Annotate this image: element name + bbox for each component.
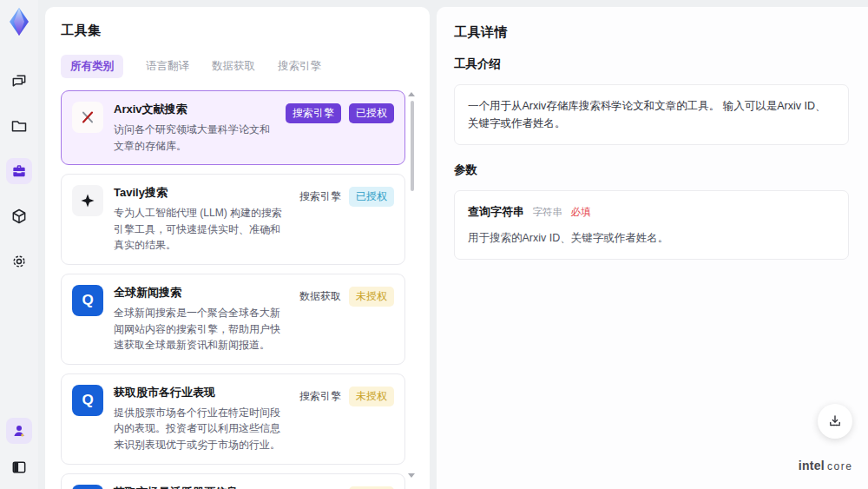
tool-description: 提供股票市场各个行业在特定时间段内的表现。投资者可以利用这些信息来识别表现优于或… bbox=[114, 405, 289, 453]
cube-icon bbox=[10, 208, 28, 225]
param-box: 查询字符串 字符串 必填 用于搜索的Arxiv ID、关键字或作者姓名。 bbox=[454, 190, 849, 260]
news-q-icon: Q bbox=[72, 485, 103, 489]
sidebar-item-settings[interactable] bbox=[6, 248, 32, 274]
toolset-title: 工具集 bbox=[61, 23, 416, 39]
arxiv-icon bbox=[72, 102, 103, 133]
tool-info: 获取股市各行业表现提供股票市场各个行业在特定时间段内的表现。投资者可以利用这些信… bbox=[114, 385, 289, 453]
auth-status-badge: 未授权 bbox=[349, 287, 394, 307]
intro-box: 一个用于从Arxiv存储库搜索科学论文和文章的工具。 输入可以是Arxiv ID… bbox=[454, 84, 849, 145]
panel-toggle-icon bbox=[10, 459, 28, 476]
tool-name: 全球新闻搜索 bbox=[114, 285, 289, 301]
user-icon bbox=[11, 423, 27, 439]
toolbox-icon bbox=[10, 162, 28, 180]
details-title: 工具详情 bbox=[454, 24, 849, 41]
news-q-icon: Q bbox=[72, 285, 103, 316]
param-type: 字符串 bbox=[532, 207, 562, 217]
tool-card[interactable]: Q获取股市各行业表现提供股票市场各个行业在特定时间段内的表现。投资者可以利用这些… bbox=[61, 373, 405, 465]
param-header: 查询字符串 字符串 必填 bbox=[468, 203, 835, 221]
tab-2[interactable]: 数据获取 bbox=[212, 55, 255, 78]
left-rail bbox=[0, 0, 38, 489]
tool-tags: 搜索引擎已授权 bbox=[286, 102, 394, 123]
toolset-panel: 工具集 所有类别语言翻译数据获取搜索引擎 Arxiv文献搜索访问各个研究领域大量… bbox=[45, 7, 430, 489]
tool-card[interactable]: Tavily搜索专为人工智能代理 (LLM) 构建的搜索引擎工具，可快速提供实时… bbox=[61, 174, 405, 265]
tab-1[interactable]: 语言翻译 bbox=[146, 55, 189, 78]
auth-status-badge: 未授权 bbox=[349, 387, 394, 406]
auth-status-badge: 未授权 bbox=[349, 486, 394, 489]
category-tag: 搜索引擎 bbox=[299, 189, 341, 204]
scrollbar-thumb[interactable] bbox=[411, 101, 414, 191]
tool-tags: 搜索引擎已授权 bbox=[299, 185, 394, 207]
tool-tags: 搜索引擎未授权 bbox=[299, 385, 394, 406]
tool-info: Tavily搜索专为人工智能代理 (LLM) 构建的搜索引擎工具，可快速提供实时… bbox=[114, 185, 289, 254]
tool-description: 访问各个研究领域大量科学论文和文章的存储库。 bbox=[114, 122, 275, 154]
tool-details-panel: 工具详情 工具介绍 一个用于从Arxiv存储库搜索科学论文和文章的工具。 输入可… bbox=[437, 7, 868, 489]
tool-description: 专为人工智能代理 (LLM) 构建的搜索引擎工具，可快速提供实时、准确和真实的结… bbox=[114, 205, 289, 254]
tool-tags: 数据获取未授权 bbox=[299, 285, 394, 307]
scroll-up-arrow[interactable] bbox=[408, 92, 415, 96]
folder-icon bbox=[10, 117, 28, 135]
intro-text: 一个用于从Arxiv存储库搜索科学论文和文章的工具。 输入可以是Arxiv ID… bbox=[468, 100, 826, 129]
gear-icon bbox=[10, 253, 28, 270]
core-logo-text: core bbox=[827, 460, 852, 472]
news-q-icon: Q bbox=[72, 385, 103, 416]
tool-card[interactable]: Q全球新闻搜索全球新闻搜索是一个聚合全球各大新闻网站内容的搜索引擎，帮助用户快速… bbox=[61, 274, 405, 365]
params-heading: 参数 bbox=[454, 162, 849, 178]
tool-tags: 搜索引擎未授权 bbox=[299, 485, 394, 489]
sidebar-item-user[interactable] bbox=[6, 418, 32, 444]
tab-3[interactable]: 搜索引擎 bbox=[278, 55, 321, 78]
tool-info: Arxiv文献搜索访问各个研究领域大量科学论文和文章的存储库。 bbox=[114, 102, 275, 154]
download-button[interactable] bbox=[818, 404, 852, 439]
tool-card[interactable]: Arxiv文献搜索访问各个研究领域大量科学论文和文章的存储库。搜索引擎已授权 bbox=[61, 90, 405, 165]
tool-name: 获取股市各行业表现 bbox=[114, 385, 289, 400]
sidebar-item-toolbox[interactable] bbox=[6, 158, 32, 184]
category-tag: 搜索引擎 bbox=[286, 103, 341, 123]
auth-status-badge: 已授权 bbox=[349, 187, 394, 207]
param-description: 用于搜索的Arxiv ID、关键字或作者姓名。 bbox=[468, 229, 835, 247]
intel-logo-text: intel bbox=[799, 459, 825, 472]
tool-name: Arxiv文献搜索 bbox=[114, 102, 275, 117]
tool-info: 全球新闻搜索全球新闻搜索是一个聚合全球各大新闻网站内容的搜索引擎，帮助用户快速获… bbox=[114, 285, 289, 354]
auth-status-badge: 已授权 bbox=[349, 103, 394, 123]
tool-list-scrollbar[interactable] bbox=[409, 90, 416, 489]
intro-heading: 工具介绍 bbox=[454, 56, 849, 72]
download-icon bbox=[827, 413, 843, 429]
sidebar-item-packages[interactable] bbox=[6, 203, 32, 229]
tool-name: 获取市场最活跃股票信息 bbox=[114, 485, 289, 489]
category-tag: 搜索引擎 bbox=[299, 389, 341, 404]
tool-info: 获取市场最活跃股票信息提供当天交易量最高的股票列表。投资者可以利用这些信息来识别… bbox=[114, 485, 289, 489]
tool-name: Tavily搜索 bbox=[114, 185, 289, 201]
app-logo-icon[interactable] bbox=[5, 7, 33, 36]
tool-card[interactable]: Q获取市场最活跃股票信息提供当天交易量最高的股票列表。投资者可以利用这些信息来识… bbox=[61, 473, 405, 489]
param-required-badge: 必填 bbox=[570, 207, 590, 217]
sidebar-item-files[interactable] bbox=[6, 113, 32, 139]
category-tag: 数据获取 bbox=[299, 289, 341, 304]
tool-description: 全球新闻搜索是一个聚合全球各大新闻网站内容的搜索引擎，帮助用户快速获取全球最新资… bbox=[114, 305, 289, 354]
scroll-down-arrow[interactable] bbox=[408, 473, 415, 478]
sidebar-item-panel-toggle[interactable] bbox=[6, 454, 32, 480]
tavily-icon bbox=[72, 185, 103, 216]
sidebar-item-chat[interactable] bbox=[6, 68, 32, 94]
param-name: 查询字符串 bbox=[468, 205, 524, 218]
tab-0[interactable]: 所有类别 bbox=[61, 55, 123, 78]
intel-core-logo: intelcore bbox=[795, 458, 856, 473]
chat-icon bbox=[10, 72, 28, 89]
category-tabs: 所有类别语言翻译数据获取搜索引擎 bbox=[61, 55, 416, 78]
tool-list: Arxiv文献搜索访问各个研究领域大量科学论文和文章的存储库。搜索引擎已授权Ta… bbox=[61, 90, 416, 489]
